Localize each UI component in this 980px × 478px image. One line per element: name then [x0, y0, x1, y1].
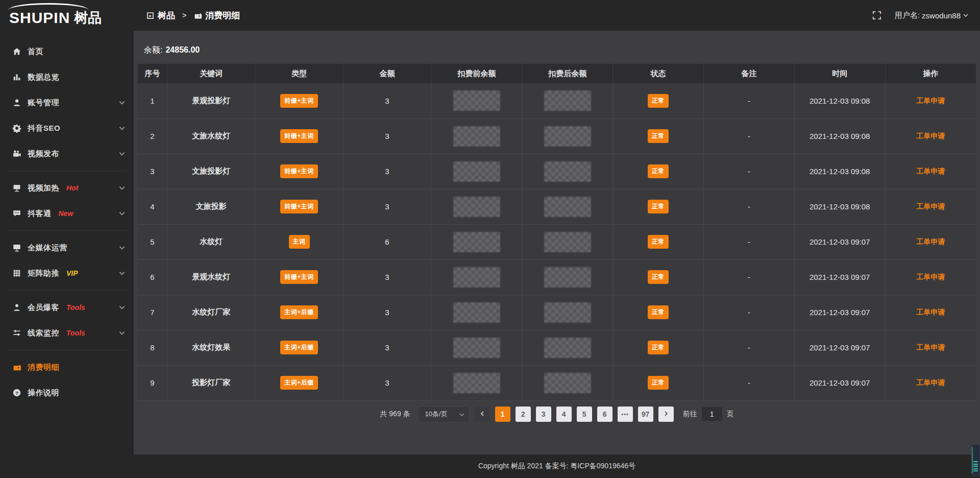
breadcrumb-item[interactable]: 树品: [158, 10, 175, 21]
sidebar-item-douyin-seo[interactable]: 抖音SEO: [0, 115, 134, 141]
mini-widget[interactable]: [971, 444, 980, 476]
next-page-button[interactable]: [658, 407, 674, 422]
page-ellipsis-button[interactable]: •••: [618, 407, 633, 422]
table-cell: 2021-12-03 09:08: [794, 118, 885, 154]
username-label: 用户名:: [895, 11, 920, 20]
table-cell: -: [703, 259, 794, 295]
remark-cell: -: [748, 237, 750, 246]
table-cell: 主词+后缀: [255, 330, 343, 365]
sidebar-item-help[interactable]: ?操作说明: [0, 380, 134, 405]
sidebar-item-matrix-boost[interactable]: 矩阵助推VIP: [0, 260, 134, 286]
sidebar-item-label: 视频发布: [28, 149, 59, 159]
logo-text-en: SHUPIN: [9, 10, 70, 26]
table-cell: [522, 330, 613, 365]
table-cell: 前缀+主词: [255, 189, 343, 224]
svg-text:?: ?: [15, 390, 18, 396]
post-balance-blurred: [544, 161, 591, 182]
page-button-6[interactable]: 6: [597, 407, 612, 422]
topbar: 树品 > 消费明细 用户名: zswodun88: [134, 0, 980, 31]
sidebar: SHUPIN 树品 首页数据总览账号管理抖音SEO视频发布视频加热Hot抖客通N…: [0, 0, 134, 478]
post-balance-blurred: [544, 232, 591, 252]
grid-icon: [12, 269, 21, 278]
wallet-icon: [193, 11, 202, 20]
table-cell: 3: [343, 365, 431, 400]
page-button-3[interactable]: 3: [536, 407, 551, 422]
work-order-link[interactable]: 工单申请: [916, 167, 945, 175]
work-order-link[interactable]: 工单申请: [916, 202, 945, 210]
sidebar-divider: [7, 290, 127, 291]
goto-page-input[interactable]: [701, 407, 723, 422]
work-order-link[interactable]: 工单申请: [916, 97, 945, 105]
row-index: 1: [150, 97, 154, 105]
page-size-select[interactable]: 10条/页: [418, 406, 470, 422]
time-cell: 2021-12-03 09:07: [810, 343, 870, 352]
page-button-2[interactable]: 2: [516, 407, 531, 422]
sidebar-item-video-publish[interactable]: 视频发布: [0, 141, 134, 166]
type-badge: 主词: [289, 235, 310, 249]
amount-cell: 3: [385, 132, 389, 140]
table-cell: 前缀+主词: [255, 259, 343, 295]
logo-arc-decoration: [8, 3, 89, 10]
work-order-link[interactable]: 工单申请: [916, 308, 945, 316]
sidebar-divider: [7, 171, 127, 171]
post-balance-blurred: [544, 338, 591, 358]
table-cell: 8: [138, 330, 167, 365]
user-menu[interactable]: 用户名: zswodun88: [895, 11, 969, 20]
page-button-1[interactable]: 1: [495, 407, 510, 422]
remark-cell: -: [748, 132, 750, 140]
page-button-4[interactable]: 4: [556, 407, 572, 422]
table-cell: [522, 118, 613, 154]
work-order-link[interactable]: 工单申请: [916, 237, 945, 246]
table-cell: 2021-12-03 09:07: [794, 224, 885, 259]
page-button-97[interactable]: 97: [638, 407, 653, 422]
sidebar-item-home[interactable]: 首页: [0, 39, 134, 64]
table-cell: [522, 154, 613, 189]
table-row: 1景观投影灯前缀+主词3正常-2021-12-03 09:08工单申请: [138, 83, 976, 118]
fullscreen-icon[interactable]: [872, 11, 881, 20]
time-cell: 2021-12-03 09:07: [810, 273, 870, 281]
time-cell: 2021-12-03 09:07: [810, 308, 870, 317]
work-order-link[interactable]: 工单申请: [916, 378, 945, 387]
balance-value: 24856.00: [165, 45, 200, 54]
table-cell: [431, 154, 522, 189]
table-cell: 工单申请: [885, 154, 976, 189]
table-cell: 3: [343, 83, 431, 118]
table-cell: [522, 224, 613, 259]
sidebar-item-label: 全媒体运营: [28, 243, 67, 253]
post-balance-blurred: [544, 302, 591, 323]
work-order-link[interactable]: 工单申请: [916, 343, 945, 351]
keyword-cell: 水纹灯厂家: [192, 307, 230, 316]
work-order-link[interactable]: 工单申请: [916, 273, 945, 281]
sidebar-item-data-overview[interactable]: 数据总览: [0, 64, 134, 90]
status-badge: 正常: [648, 94, 669, 108]
table-cell: 正常: [613, 189, 704, 224]
column-header: 序号: [138, 64, 167, 83]
table-cell: 2021-12-03 09:07: [794, 259, 885, 295]
sliders-icon: [12, 328, 21, 338]
sidebar-item-member-burst[interactable]: 会员爆客Tools: [0, 295, 134, 320]
sidebar-item-consume-detail[interactable]: 消费明细: [0, 354, 134, 380]
user-icon: [12, 98, 21, 107]
sidebar-item-douketong[interactable]: 抖客通New: [0, 201, 134, 226]
column-header: 金额: [343, 64, 431, 83]
app-logo[interactable]: SHUPIN 树品: [0, 0, 134, 32]
row-index: 9: [150, 378, 154, 387]
amount-cell: 6: [385, 237, 389, 246]
sidebar-item-account-manage[interactable]: 账号管理: [0, 90, 134, 115]
sidebar-item-all-media[interactable]: 全媒体运营: [0, 235, 134, 260]
amount-cell: 3: [385, 97, 389, 105]
page-button-5[interactable]: 5: [577, 407, 592, 422]
sidebar-item-video-heat[interactable]: 视频加热Hot: [0, 175, 134, 201]
table-body: 1景观投影灯前缀+主词3正常-2021-12-03 09:08工单申请2文旅水纹…: [138, 83, 976, 400]
table-cell: -: [703, 330, 794, 365]
sidebar-item-tag: VIP: [66, 269, 78, 277]
sidebar-item-label: 操作说明: [28, 388, 59, 398]
status-badge: 正常: [648, 235, 669, 249]
sidebar-item-tag: New: [59, 209, 74, 218]
prev-page-button[interactable]: [475, 407, 490, 422]
sidebar-item-clue-monitor[interactable]: 线索监控Tools: [0, 320, 134, 346]
pagination: 共 969 条 10条/页 123456•••97 前往 页: [138, 406, 976, 422]
status-badge: 正常: [648, 270, 669, 284]
table-cell: -: [703, 154, 794, 189]
work-order-link[interactable]: 工单申请: [916, 132, 945, 140]
